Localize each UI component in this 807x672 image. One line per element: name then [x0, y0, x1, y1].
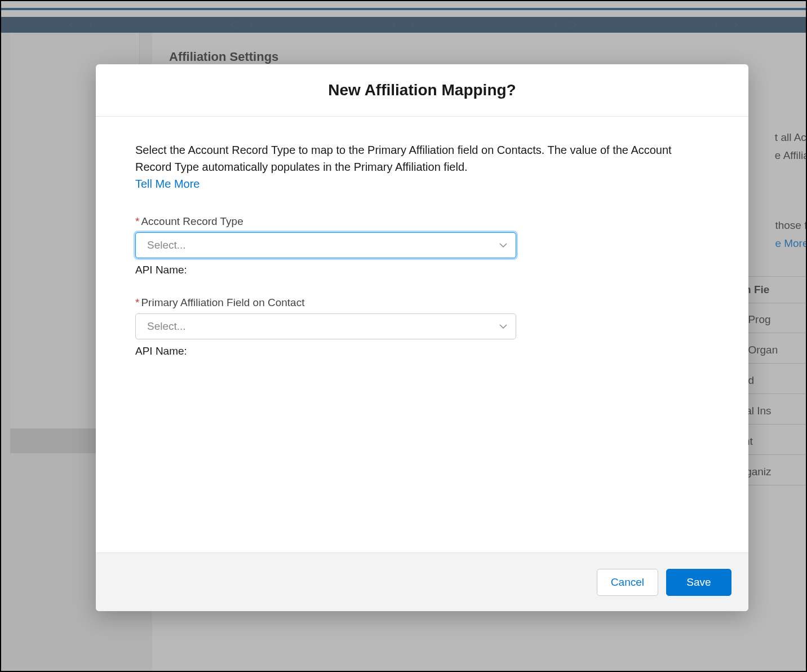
required-mark: * — [135, 215, 139, 227]
modal-body: Select the Account Record Type to map to… — [96, 117, 748, 552]
required-mark: * — [135, 297, 139, 308]
primary-affiliation-api-name: API Name: — [135, 345, 709, 357]
modal-title: New Affiliation Mapping? — [96, 81, 748, 99]
select-placeholder: Select... — [147, 239, 186, 251]
cancel-button[interactable]: Cancel — [597, 569, 658, 596]
account-record-type-api-name: API Name: — [135, 264, 709, 276]
select-placeholder: Select... — [147, 320, 186, 333]
account-record-type-select[interactable]: Select... — [135, 232, 516, 258]
primary-affiliation-label: *Primary Affiliation Field on Contact — [135, 297, 709, 309]
modal-header: New Affiliation Mapping? — [96, 64, 748, 117]
modal-instructions: Select the Account Record Type to map to… — [135, 142, 709, 175]
primary-affiliation-select[interactable]: Select... — [135, 313, 516, 339]
account-record-type-select-wrapper: Select... — [135, 232, 516, 258]
modal-footer: Cancel Save — [96, 552, 748, 611]
account-record-type-group: *Account Record Type Select... API Name: — [135, 215, 709, 276]
save-button[interactable]: Save — [666, 569, 731, 596]
account-record-type-label: *Account Record Type — [135, 215, 709, 228]
primary-affiliation-select-wrapper: Select... — [135, 313, 516, 339]
new-affiliation-mapping-modal: New Affiliation Mapping? Select the Acco… — [96, 64, 748, 611]
primary-affiliation-group: *Primary Affiliation Field on Contact Se… — [135, 297, 709, 357]
tell-me-more-link[interactable]: Tell Me More — [135, 178, 199, 191]
